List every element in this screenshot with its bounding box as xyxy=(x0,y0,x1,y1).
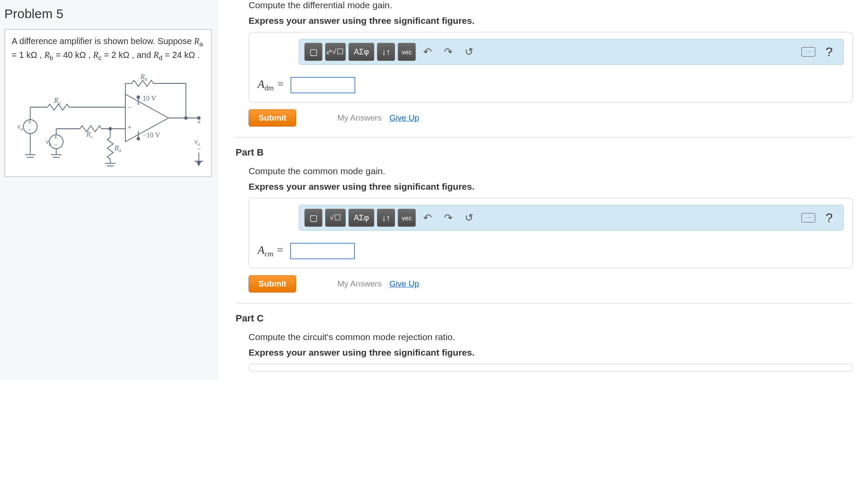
toolbar-undo-button[interactable]: ↶ xyxy=(418,209,437,227)
part-b-submit-button[interactable]: Submit xyxy=(249,275,296,293)
part-c-heading: Part C xyxy=(236,313,853,324)
toolbar-keyboard-button[interactable]: ⋯⋯ xyxy=(799,209,817,227)
label-rd: Rd xyxy=(114,144,121,153)
toolbar-template-button[interactable]: ▢ xyxy=(304,209,322,227)
left-panel: Problem 5 A difference amplifier is show… xyxy=(0,0,218,380)
part-b-answer-box: ▢ √ ΑΣφ ↓↑ vec ↶ ↷ ↺ ⋯⋯ ? Acm = xyxy=(249,198,853,268)
sub-ra: a xyxy=(199,40,203,48)
svg-text:−: − xyxy=(54,141,57,149)
right-panel: Compute the differential mode gain. Expr… xyxy=(218,0,868,380)
part-b-heading: Part B xyxy=(236,147,853,158)
part-b-content: Compute the common mode gain. Express yo… xyxy=(236,166,853,293)
part-a-instruction2: Express your answer using three signific… xyxy=(249,16,853,26)
part-b-answer-row: Acm = xyxy=(258,243,844,259)
sub-rb: b xyxy=(50,54,53,61)
keyboard-icon: ⋯⋯ xyxy=(801,213,815,223)
part-a-actions: Submit My Answers Give Up xyxy=(249,109,853,127)
template-icon: ▢ xyxy=(310,47,318,57)
problem-description: A difference amplifier is shown below. S… xyxy=(12,35,204,63)
sqrt-icon: xa xyxy=(326,48,332,56)
part-a-answer-input[interactable] xyxy=(290,77,355,93)
toolbar-vec-button[interactable]: vec xyxy=(398,43,416,61)
part-a-submit-button[interactable]: Submit xyxy=(249,109,296,127)
label-rb: Rb xyxy=(140,73,147,82)
eq1: = 1 kΩ , xyxy=(12,50,45,60)
equals: = xyxy=(274,78,284,90)
part-a-toolbar: ▢ xa√□√ ΑΣφ ↓↑ vec ↶ ↷ ↺ ⋯⋯ ? xyxy=(299,39,844,65)
toolbar-sqrt-button[interactable]: √ xyxy=(325,209,346,227)
svg-rect-45 xyxy=(335,215,340,220)
equals: = xyxy=(274,244,284,256)
label-rc: Rc xyxy=(86,130,93,139)
svg-text:+: + xyxy=(197,118,201,126)
svg-text:√: √ xyxy=(330,214,334,221)
desc-text: A difference amplifier is shown below. S… xyxy=(12,36,194,46)
part-b-instruction2: Express your answer using three signific… xyxy=(249,181,853,192)
give-up-link[interactable]: Give Up xyxy=(389,279,419,289)
part-c-content: Compute the circuit's common mode reject… xyxy=(236,332,853,372)
toolbar-template-button[interactable]: ▢ xyxy=(304,43,322,61)
toolbar-help-button[interactable]: ? xyxy=(820,43,838,61)
svg-text:+: + xyxy=(28,118,32,126)
separator-bc xyxy=(236,303,853,303)
keyboard-icon: ⋯⋯ xyxy=(801,47,815,57)
toolbar-keyboard-button[interactable]: ⋯⋯ xyxy=(799,43,817,61)
label-10v: 10 V xyxy=(143,95,156,102)
sub: dm xyxy=(265,84,274,92)
svg-text:−: − xyxy=(128,104,131,111)
label-va: va xyxy=(17,123,23,131)
toolbar-greek-button[interactable]: ΑΣφ xyxy=(348,209,374,227)
part-a-action-links: My Answers Give Up xyxy=(337,113,419,123)
problem-box: A difference amplifier is shown below. S… xyxy=(4,29,212,177)
part-b-actions: Submit My Answers Give Up xyxy=(249,275,853,293)
part-a-instruction1: Compute the differential mode gain. xyxy=(249,0,853,10)
svg-marker-33 xyxy=(197,161,201,165)
part-a-content: Compute the differential mode gain. Expr… xyxy=(236,0,853,127)
give-up-link[interactable]: Give Up xyxy=(389,113,419,123)
toolbar-help-button[interactable]: ? xyxy=(820,209,838,227)
svg-rect-43 xyxy=(338,49,343,54)
part-b-answer-label: Acm = xyxy=(258,244,284,258)
svg-text:−: − xyxy=(28,126,32,134)
label-neg10v: −10 V xyxy=(143,131,160,139)
part-a-answer-row: Adm = xyxy=(258,77,844,93)
circuit-diagram: va vb Ra Rb Rc Rd vo 10 V −10 V + − + − … xyxy=(12,66,204,170)
toolbar-reset-button[interactable]: ↺ xyxy=(460,209,478,227)
eq2: = 40 kΩ , xyxy=(53,50,93,60)
sub-rd: d xyxy=(159,54,162,61)
my-answers-text: My Answers xyxy=(337,279,381,289)
svg-point-29 xyxy=(137,137,140,140)
my-answers-text: My Answers xyxy=(337,113,381,123)
toolbar-reset-button[interactable]: ↺ xyxy=(460,43,478,61)
toolbar-undo-button[interactable]: ↶ xyxy=(418,43,437,61)
toolbar-redo-button[interactable]: ↷ xyxy=(439,209,457,227)
var-rc: R xyxy=(93,50,98,60)
eq3: = 2 kΩ , and xyxy=(102,50,153,60)
toolbar-arrows-button[interactable]: ↓↑ xyxy=(377,43,395,61)
part-a-answer-box: ▢ xa√□√ ΑΣφ ↓↑ vec ↶ ↷ ↺ ⋯⋯ ? Adm = xyxy=(249,32,853,102)
eq4: = 24 kΩ . xyxy=(163,50,200,60)
part-b-toolbar: ▢ √ ΑΣφ ↓↑ vec ↶ ↷ ↺ ⋯⋯ ? xyxy=(299,205,844,231)
separator-ab xyxy=(236,137,853,137)
svg-point-27 xyxy=(137,96,140,99)
part-c-instruction2: Express your answer using three signific… xyxy=(249,347,853,358)
toolbar-vec-button[interactable]: vec xyxy=(398,209,416,227)
symbol: A xyxy=(258,244,265,256)
toolbar-redo-button[interactable]: ↷ xyxy=(439,43,457,61)
toolbar-sqrt-button[interactable]: xa√□√ xyxy=(325,43,346,61)
toolbar-greek-button[interactable]: ΑΣφ xyxy=(348,43,374,61)
sqrt-svg-icon: √ xyxy=(329,213,342,223)
svg-text:−: − xyxy=(197,145,201,153)
var-rd: R xyxy=(153,50,159,60)
symbol: A xyxy=(258,78,265,90)
part-c-answer-box-partial xyxy=(249,364,853,372)
part-a-answer-label: Adm = xyxy=(258,78,284,92)
part-b-answer-input[interactable] xyxy=(290,243,355,259)
part-b-instruction1: Compute the common mode gain. xyxy=(249,166,853,176)
sqrt-svg-icon: √ xyxy=(332,47,345,57)
problem-title: Problem 5 xyxy=(4,6,218,21)
toolbar-arrows-button[interactable]: ↓↑ xyxy=(377,209,395,227)
var-rb: R xyxy=(45,50,50,60)
label-vb: vb xyxy=(46,138,51,146)
var-ra: R xyxy=(194,36,199,46)
